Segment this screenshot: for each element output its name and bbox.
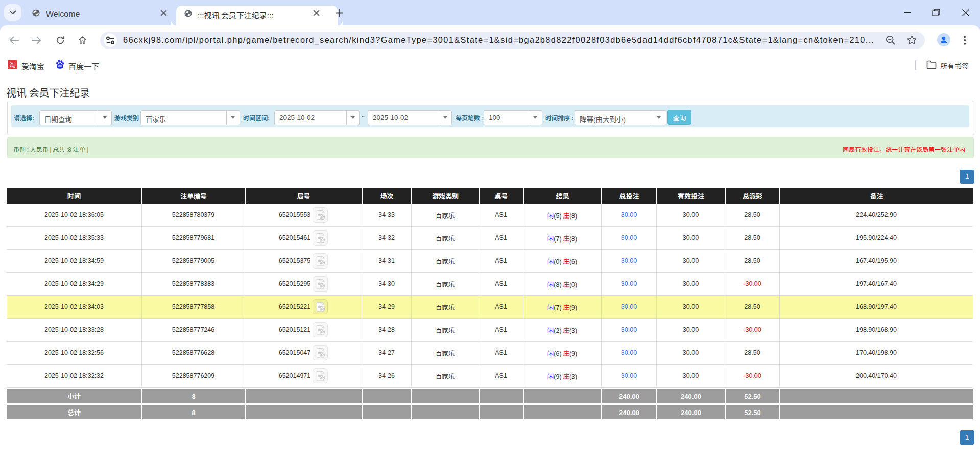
svg-text:du: du: [58, 64, 62, 68]
